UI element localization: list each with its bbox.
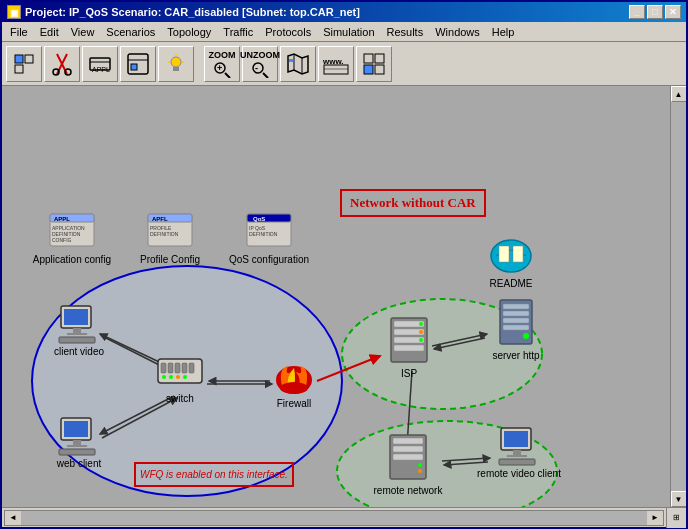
profile-config-label: Profile Config [140,254,200,265]
firewall-icon [268,348,320,396]
qos-config-icon: QoS IP QoS DEFINITION [243,204,295,252]
remote-video-client-icon [493,426,545,466]
scroll-down-btn[interactable]: ▼ [671,491,687,507]
web-client-label: web client [57,458,101,469]
wfq-label-box: WFQ is enabled on this interface. [134,462,294,487]
node-readme[interactable]: README [476,226,546,289]
node-isp[interactable]: ISP [374,314,444,379]
svg-point-78 [162,375,166,379]
svg-point-107 [418,463,422,467]
menu-simulation[interactable]: Simulation [317,24,380,40]
remote-video-client-label: remote video client [477,468,561,479]
svg-rect-84 [73,440,81,445]
svg-point-94 [419,322,423,326]
toolbar-select-btn[interactable] [6,46,42,82]
toolbar-www-btn[interactable]: www. [318,46,354,82]
close-button[interactable]: ✕ [665,5,681,19]
svg-rect-71 [59,337,95,343]
scroll-track-right[interactable] [671,102,686,491]
svg-rect-85 [67,445,87,447]
node-server-http[interactable]: server http [476,296,556,361]
isp-label: ISP [401,368,417,379]
svg-rect-104 [393,438,423,444]
toolbar-zoom-in-btn[interactable]: ZOOM + [204,46,240,82]
menu-help[interactable]: Help [486,24,521,40]
svg-point-88 [280,382,308,394]
svg-rect-101 [503,325,529,330]
toolbar-add-node-btn[interactable]: APPL [82,46,118,82]
toolbar-subnet-btn[interactable] [120,46,156,82]
svg-rect-93 [394,345,424,351]
client-video-label: client video [54,346,104,357]
qos-config-label: QoS configuration [229,254,309,265]
svg-rect-70 [67,333,87,335]
svg-rect-68 [64,309,88,325]
svg-rect-105 [393,446,423,452]
minimize-button[interactable]: _ [629,5,645,19]
maximize-button[interactable]: □ [647,5,663,19]
toolbar-cut-btn[interactable] [44,46,80,82]
svg-rect-73 [161,363,166,373]
title-controls: _ □ ✕ [629,5,681,19]
svg-rect-99 [503,311,529,316]
svg-rect-28 [364,54,373,63]
svg-rect-98 [503,304,529,309]
menu-edit[interactable]: Edit [34,24,65,40]
node-profile-config[interactable]: APFL PROFILE DEFINITION Profile Config [130,204,210,265]
isp-icon [383,314,435,366]
menu-protocols[interactable]: Protocols [259,24,317,40]
scroll-track-bottom[interactable] [21,511,647,525]
window-title: Project: IP_QoS Scenario: CAR_disabled [… [25,6,360,18]
window-icon: ▣ [7,5,21,19]
svg-rect-0 [15,55,23,63]
svg-rect-2 [15,65,23,73]
svg-rect-69 [73,328,81,333]
title-bar: ▣ Project: IP_QoS Scenario: CAR_disabled… [2,2,686,22]
node-remote-video-client[interactable]: remote video client [474,426,564,479]
scrollbar-right: ▲ ▼ [670,86,686,507]
main-area: Network without CAR WFQ is enabled on th… [2,86,686,507]
menu-topology[interactable]: Topology [161,24,217,40]
menu-view[interactable]: View [65,24,101,40]
svg-rect-113 [499,459,535,465]
svg-point-81 [183,375,187,379]
remote-network-label: remote network [374,485,443,496]
svg-text:DEFINITION: DEFINITION [150,231,179,237]
menu-scenarios[interactable]: Scenarios [100,24,161,40]
menu-results[interactable]: Results [381,24,430,40]
toolbar-grid-btn[interactable] [356,46,392,82]
menu-file[interactable]: File [4,24,34,40]
scroll-left-btn[interactable]: ◄ [5,511,21,525]
svg-text:DEFINITION: DEFINITION [249,231,278,237]
status-corner: ⊞ [666,508,686,528]
profile-config-icon: APFL PROFILE DEFINITION [144,204,196,252]
svg-text:-: - [255,63,258,73]
toolbar-light-btn[interactable] [158,46,194,82]
node-web-client[interactable]: web client [44,416,114,469]
readme-label: README [490,278,533,289]
menu-bar: File Edit View Scenarios Topology Traffi… [2,22,686,42]
node-app-config[interactable]: APPL APPLICATION DEFINITION CONFIG Appli… [32,204,112,265]
svg-text:APPL: APPL [92,66,110,73]
toolbar-map-btn[interactable] [280,46,316,82]
node-qos-config[interactable]: QoS IP QoS DEFINITION QoS configuration [224,204,314,265]
firewall-label: Firewall [277,398,311,409]
remote-network-icon [382,431,434,483]
app-config-icon: APPL APPLICATION DEFINITION CONFIG [46,204,98,252]
node-switch[interactable]: switch [150,351,210,404]
node-firewall[interactable]: Firewall [264,348,324,409]
svg-rect-24 [289,59,293,62]
web-client-icon [53,416,105,456]
menu-windows[interactable]: Windows [429,24,486,40]
svg-rect-64 [499,246,509,262]
menu-traffic[interactable]: Traffic [217,24,259,40]
node-remote-network[interactable]: remote network [368,431,448,496]
toolbar-zoom-out-btn[interactable]: UNZOOM - [242,46,278,82]
scroll-right-btn[interactable]: ► [647,511,663,525]
canvas-area[interactable]: Network without CAR WFQ is enabled on th… [2,86,670,507]
svg-point-96 [419,338,423,342]
svg-text:APPL: APPL [54,216,70,222]
svg-text:APFL: APFL [152,216,168,222]
node-client-video[interactable]: client video [44,304,114,357]
scroll-up-btn[interactable]: ▲ [671,86,687,102]
